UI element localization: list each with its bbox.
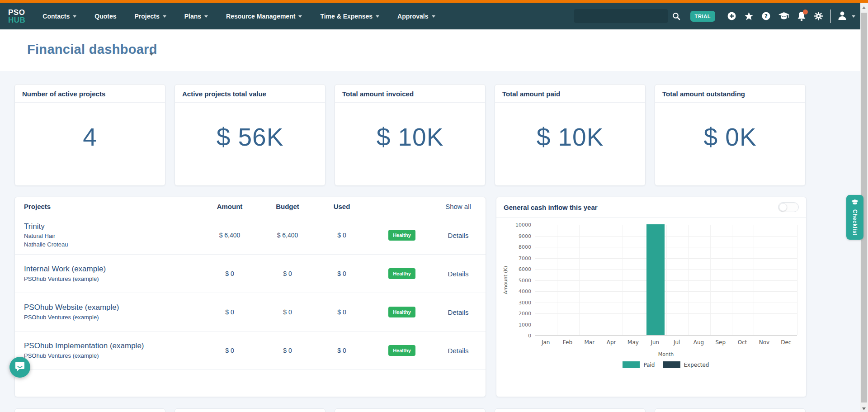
kpi-title: Number of active projects — [15, 85, 165, 103]
x-tick-aug: Aug — [688, 339, 709, 346]
top-accent-stripe — [0, 0, 868, 3]
logo-text-top: PSO — [8, 9, 25, 16]
nav-label: Projects — [134, 13, 159, 20]
details-link[interactable]: Details — [436, 232, 480, 239]
x-tick-jul: Jul — [666, 339, 688, 346]
nav-item-resource-management[interactable]: Resource Management — [226, 13, 302, 20]
project-cell: PSOhub Implementation (example) PSOhub V… — [24, 341, 200, 360]
checklist-tab[interactable]: Checklist — [846, 195, 863, 240]
y-tick-0: 0 — [528, 333, 531, 339]
kpi-title: Active projects total value — [175, 85, 325, 103]
status-badge: Healthy — [388, 307, 415, 317]
y-tick-10000: 10000 — [515, 222, 531, 228]
used-cell: $ 0 — [316, 270, 368, 277]
kpi-title: Total amount outstanding — [655, 85, 805, 103]
nav-label: Approvals — [397, 13, 428, 20]
table-row-internal-work: Internal Work (example) PSOhub Ventures … — [15, 255, 486, 293]
kpi-card-invoiced: Total amount invoiced $ 10K — [335, 84, 486, 186]
project-name-link[interactable]: PSOhub Implementation (example) — [24, 341, 200, 352]
nav-label: Resource Management — [226, 13, 295, 20]
help-icon[interactable]: ? — [761, 11, 771, 21]
gridline — [797, 225, 798, 335]
search-icon[interactable] — [672, 12, 680, 20]
bell-icon[interactable] — [797, 11, 806, 21]
nav-item-time-expenses[interactable]: Time & Expenses — [320, 13, 379, 20]
bar-paid-jun — [646, 224, 665, 335]
chart-legend: PaidExpected — [535, 361, 797, 368]
chart-title: General cash inflow this year — [504, 204, 598, 211]
details-link[interactable]: Details — [436, 347, 480, 355]
x-tick-mar: Mar — [579, 339, 600, 346]
top-navbar: PSO HUB Contacts Quotes Projects Plans R… — [0, 3, 868, 29]
next-card-row — [14, 408, 807, 412]
chart-x-ticks: JanFebMarAprMayJunJulAugSepOctNovDec — [535, 339, 797, 346]
legend-item-expected: Expected — [663, 361, 709, 368]
y-tick-9000: 9000 — [519, 233, 531, 239]
legend-swatch — [663, 361, 680, 368]
gridline — [623, 225, 623, 335]
user-icon — [837, 10, 847, 22]
trial-badge[interactable]: TRIAL — [690, 11, 715, 22]
chevron-down-icon — [73, 15, 76, 18]
gridline — [666, 225, 667, 335]
nav-label: Plans — [184, 13, 201, 20]
legend-swatch — [623, 361, 640, 368]
used-cell: $ 0 — [316, 232, 368, 239]
nav-item-plans[interactable]: Plans — [184, 13, 208, 20]
scroll-up-arrow[interactable] — [862, 6, 866, 9]
details-link[interactable]: Details — [436, 270, 480, 278]
user-menu[interactable] — [837, 10, 855, 22]
kpi-value: $ 56K — [175, 123, 325, 152]
scroll-down-arrow[interactable] — [862, 407, 866, 410]
table-row-trinity: Trinity Natural Hair Nathalie Croteau $ … — [15, 216, 486, 255]
nav-item-contacts[interactable]: Contacts — [42, 13, 76, 20]
chevron-down-icon — [163, 15, 166, 18]
column-header-amount: Amount — [200, 203, 259, 210]
projects-table-header: Projects Amount Budget Used Show all — [15, 197, 486, 216]
project-name-link[interactable]: PSOhub Website (example) — [24, 302, 200, 313]
nav-item-approvals[interactable]: Approvals — [397, 13, 435, 20]
details-link[interactable]: Details — [436, 308, 480, 316]
academy-icon[interactable] — [778, 12, 789, 20]
table-row-psohub-implementation: PSOhub Implementation (example) PSOhub V… — [15, 331, 486, 370]
kpi-value: 4 — [15, 123, 165, 152]
chart-toggle[interactable] — [778, 202, 799, 212]
nav-label: Contacts — [42, 13, 70, 20]
column-header-used: Used — [316, 203, 368, 210]
project-manager: Nathalie Croteau — [24, 241, 200, 249]
y-tick-7000: 7000 — [519, 255, 531, 261]
y-tick-1000: 1000 — [519, 322, 531, 327]
show-all-link[interactable]: Show all — [436, 203, 480, 210]
global-search-input[interactable] — [574, 9, 668, 23]
x-tick-jun: Jun — [644, 339, 666, 346]
add-circle-icon[interactable] — [727, 11, 736, 21]
kpi-title: Total amount invoiced — [335, 85, 485, 103]
nav-item-quotes[interactable]: Quotes — [94, 13, 116, 20]
amount-cell: $ 0 — [200, 347, 259, 354]
chat-launcher-button[interactable] — [9, 357, 30, 378]
dashboard-selector-caret[interactable] — [149, 53, 154, 56]
gear-icon[interactable] — [814, 11, 823, 21]
main-menu: Contacts Quotes Projects Plans Resource … — [42, 13, 435, 20]
y-tick-8000: 8000 — [519, 244, 531, 250]
x-tick-dec: Dec — [775, 339, 797, 346]
kpi-card-total-value: Active projects total value $ 56K — [175, 84, 326, 186]
project-name-link[interactable]: Internal Work (example) — [24, 264, 200, 275]
x-tick-jan: Jan — [535, 339, 557, 346]
project-client: PSOhub Ventures (example) — [24, 313, 200, 322]
project-name-link[interactable]: Trinity — [24, 221, 200, 232]
navbar-divider — [830, 9, 831, 23]
amount-cell: $ 0 — [200, 308, 259, 316]
notification-dot — [803, 9, 808, 14]
navbar-icons: ? — [727, 11, 823, 21]
budget-cell: $ 0 — [259, 270, 316, 277]
star-icon[interactable] — [744, 12, 754, 21]
navbar-right: TRIAL ? — [574, 9, 855, 23]
page-title: Financial dashboard — [27, 42, 157, 57]
psohub-logo[interactable]: PSO HUB — [8, 9, 25, 24]
partial-card — [655, 408, 806, 412]
used-cell: $ 0 — [316, 308, 368, 316]
academy-icon — [851, 199, 859, 207]
y-tick-4000: 4000 — [519, 289, 531, 294]
nav-item-projects[interactable]: Projects — [134, 13, 166, 20]
